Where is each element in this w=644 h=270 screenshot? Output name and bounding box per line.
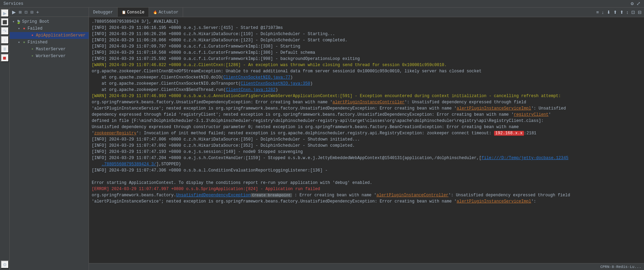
failed-label: Failed — [28, 26, 42, 31]
main-area: ▶ ⬛ ↷ ↓ ⏸ ⏹ ⚙ ▶ ⊞ ⊡ ⊟ + ▾ 🍃 Spring Boot — [0, 8, 644, 270]
console-output: .788055608795389424 3/], AVAILABLE} [INF… — [89, 17, 644, 263]
spring-boot-label: Spring Boot — [22, 19, 49, 24]
log-line-at-3: at org.apache.zookeeper.ClientCnxn$SendT… — [92, 87, 641, 93]
pause-button[interactable]: ⏸ — [1, 45, 9, 53]
log-line-blank — [92, 174, 641, 180]
tree-collapse-button[interactable]: ⊟ — [29, 10, 34, 15]
link-clientcnxnsocketnio-350[interactable]: ClientCnxnSocketNIO.java:350 — [241, 81, 310, 86]
title-bar-label: Services — [3, 1, 23, 6]
tree-toolbar: ▶ ⊞ ⊡ ⊟ + — [10, 8, 89, 17]
log-line-shutdown-init: [INFO] 2024-03-29 11:07:47.006 +0800 c.z… — [92, 136, 641, 143]
api-server-label: ApiApplicationServer — [36, 33, 85, 38]
console-scroll-to-bottom-button[interactable]: ⬇ — [606, 9, 612, 15]
tab-console[interactable]: 📋 Console — [118, 8, 149, 17]
actuator-label: Actuator — [159, 10, 179, 15]
log-line-constructor: Unsatisfied dependency expressed through… — [92, 124, 641, 130]
log-line-eof-exception: org.apache.zookeeper.ClientCnxn$EndOfStr… — [92, 68, 641, 74]
log-line-stopped-scavenging: [INFO] 2024-03-29 11:07:47.193 +0800 o.e… — [92, 149, 641, 155]
log-line-curator-998: [INFO] 2024-03-29 11:07:25.592 +0800 o.a… — [92, 56, 641, 62]
log-line-stopped-context: [INFO] 2024-03-29 11:07:47.204 +0800 o.e… — [92, 155, 641, 161]
tree-item-spring-boot[interactable]: ▾ 🍃 Spring Boot — [10, 18, 89, 25]
settings-icon[interactable]: ⚙ — [631, 1, 634, 7]
log-line-hikari-completed: [INFO] 2024-03-29 11:06:28.066 +0800 c.z… — [92, 37, 641, 43]
run-side-button[interactable]: ▶ — [1, 9, 9, 17]
settings-side-button[interactable]: ⚙ — [1, 260, 9, 269]
log-line-error: [ERROR] 2024-03-29 11:07:47.997 +0800 o.… — [92, 186, 641, 192]
log-line-zookeeper-registry: 'zookeeperRegistry': Invocation of init … — [92, 130, 641, 136]
tree-run-button[interactable]: ▶ — [11, 9, 17, 15]
log-line-file-defined: defined in file [F:\mind\DolphinSchedule… — [92, 118, 641, 124]
tree-filter-button[interactable]: ⊡ — [23, 10, 29, 15]
log-line-curator-338: [INFO] 2024-03-29 11:07:09.797 +0800 o.a… — [92, 43, 641, 50]
console-wrap-button[interactable]: ⊟ — [637, 9, 643, 15]
tab-bar: Debugger 📋 Console 🔥 Actuator ≡ ↓ ⬇ ⬆ ⬆ … — [89, 8, 644, 17]
tab-actuator[interactable]: 🔥 Actuator — [149, 8, 183, 17]
link-file-url[interactable]: file:///D:/Temp/jetty-docbase.12345 — [482, 156, 568, 160]
stop-button[interactable]: ⏹ — [1, 54, 9, 62]
link-alert-service-impl[interactable]: alertPluginInstanceServiceImpl — [457, 106, 531, 111]
log-line-warn-1286: [WARN] 2024-03-29 11:07:46.822 +0800 o.a… — [92, 62, 641, 68]
link-file-url-2[interactable]: .788055608795389424 3/ — [102, 162, 156, 167]
finished-label: Finished — [28, 40, 48, 45]
tab-debugger[interactable]: Debugger — [89, 8, 118, 17]
step-over-button[interactable]: ↷ — [1, 27, 9, 35]
log-line-at-2: at org.apache.zookeeper.ClientCnxnSocket… — [92, 81, 641, 87]
link-clientcnxnsocketnio-77[interactable]: ClientCnxnSocketNIO.java:77 — [223, 75, 290, 80]
tree-group-button[interactable]: ⊞ — [18, 10, 23, 15]
tree-add-button[interactable]: + — [35, 9, 40, 15]
master-server-label: MasterServer — [36, 47, 66, 52]
master-icon: ● — [30, 46, 35, 52]
tree-item-master-server[interactable]: ● MasterServer — [10, 46, 89, 53]
status-bar: CPRN·8·Redis·Lu... — [89, 263, 644, 270]
console-filter-button[interactable]: ⊡ — [630, 9, 636, 15]
right-panel: Debugger 📋 Console 🔥 Actuator ≡ ↓ ⬇ ⬆ ⬆ … — [89, 8, 644, 270]
tree-item-finished[interactable]: ▾ ● Finished — [10, 39, 89, 46]
status-text: CPRN·8·Redis·Lu... — [600, 265, 641, 269]
worker-server-label: WorkerServer — [36, 54, 66, 59]
log-line-unsatisfied-2: 'alertPluginInstanceService'; nested exc… — [92, 105, 641, 112]
failed-arrow: ▾ — [17, 26, 21, 31]
link-alert-controller-2[interactable]: alertPluginInstanceController — [376, 193, 449, 198]
log-line-condition-eval: [INFO] 2024-03-29 11:07:47.306 +0800 o.s… — [92, 167, 641, 174]
console-icon: 📋 — [122, 10, 126, 14]
finished-arrow: ▾ — [17, 40, 21, 45]
link-registry-client[interactable]: registryClient — [514, 112, 549, 117]
create-breakpoint[interactable]: Create breakpoint — [251, 193, 292, 197]
tree-item-failed[interactable]: ▾ ● Failed — [10, 25, 89, 32]
api-server-icon: ● — [30, 33, 35, 38]
left-side-icons: ▶ ⬛ ↷ ↓ ⏸ ⏹ ⚙ — [0, 8, 10, 270]
log-line-1: .788055608795389424 3/], AVAILABLE} — [92, 19, 641, 25]
log-line-error-starting: Error starting ApplicationContext. To di… — [92, 180, 641, 186]
log-line-curator-386: [INFO] 2024-03-29 11:07:10.568 +0800 o.a… — [92, 50, 641, 56]
console-scroll-down-button[interactable]: ↓ — [601, 9, 605, 15]
redacted-ip: 192.168.x.x — [494, 131, 524, 136]
link-alert-controller[interactable]: alertPluginInstanceController — [333, 100, 405, 105]
step-into-button[interactable]: ↓ — [1, 36, 9, 44]
link-alert-service-impl-2[interactable]: alertPluginInstanceServiceImpl — [457, 199, 531, 204]
link-clientcnxn-1282[interactable]: ClientCnxn.java:1282 — [226, 87, 275, 92]
worker-icon: ● — [30, 53, 35, 59]
log-line-hikari-starting: [INFO] 2024-03-29 11:06:26.256 +0800 c.z… — [92, 31, 641, 37]
left-panel: ▶ ⊞ ⊡ ⊟ + ▾ 🍃 Spring Boot ▾ ● Failed ● — [10, 8, 89, 270]
service-tree: ▾ 🍃 Spring Boot ▾ ● Failed ● ApiApplicat… — [10, 17, 89, 270]
console-scroll-up-button[interactable]: ⬆ — [619, 9, 625, 15]
log-line-shutdown-complete: [INFO] 2024-03-29 11:07:47.092 +0800 c.z… — [92, 143, 641, 149]
log-line-unsatisfied-3: dependency expressed through field 'regi… — [92, 112, 641, 118]
link-unsatisfied-exception[interactable]: UnsatisfiedDependencyException — [176, 193, 251, 198]
console-scroll-to-top-button[interactable]: ⬆ — [612, 9, 618, 15]
debugger-label: Debugger — [93, 10, 113, 15]
console-menu-button[interactable]: ≡ — [595, 9, 600, 15]
failed-icon: ● — [21, 26, 27, 31]
log-line-unsatisfied-error: org.springframework.beans.factory.Unsati… — [92, 192, 641, 198]
log-line-at-1: at org.apache.zookeeper.ClientCnxnSocket… — [92, 74, 641, 81]
expand-icon[interactable]: ⤢ — [636, 1, 641, 7]
console-diff-button[interactable]: ↕ — [625, 9, 630, 15]
log-line-warn-591: [WARN] 2024-03-29 11:07:46.993 +0800 o.s… — [92, 93, 641, 99]
title-bar-actions: ⚙ ⤢ — [631, 1, 641, 7]
link-zookeeper-registry[interactable]: zookeeperRegistry — [94, 131, 136, 136]
tree-item-worker-server[interactable]: ● WorkerServer — [10, 53, 89, 60]
log-line-unsatisfied-1: org.springframework.beans.factory.Unsati… — [92, 99, 641, 105]
spring-boot-icon: 🍃 — [16, 19, 21, 24]
tree-item-api-server[interactable]: ● ApiApplicationServer — [10, 32, 89, 39]
debug-side-button[interactable]: ⬛ — [1, 18, 9, 26]
